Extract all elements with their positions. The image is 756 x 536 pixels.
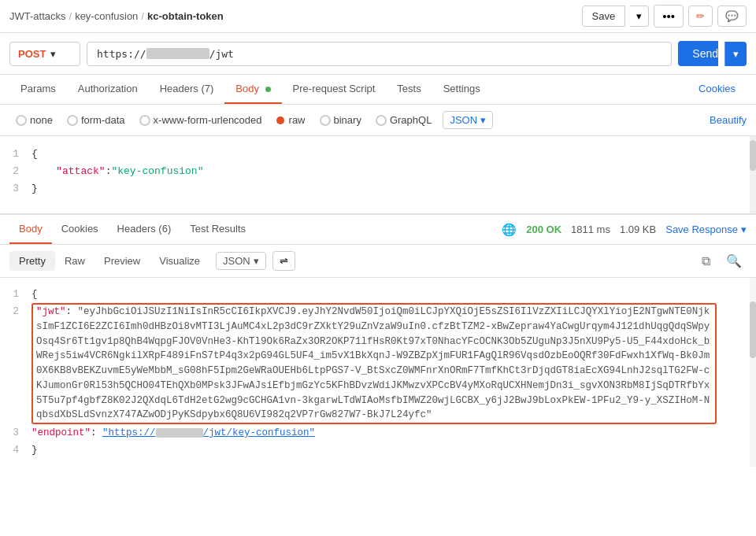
- radio-raw-dot: [276, 116, 284, 124]
- body-dot: [265, 87, 271, 92]
- code-line-1: 1 {: [0, 146, 756, 163]
- option-none-label: none: [30, 114, 53, 126]
- resp-content-4: }: [32, 442, 743, 459]
- breadcrumb-sep-2: /: [141, 10, 144, 22]
- more-options-button[interactable]: •••: [654, 5, 684, 28]
- save-button[interactable]: Save: [582, 6, 626, 27]
- breadcrumb-item-1[interactable]: JWT-attacks: [9, 10, 66, 22]
- response-tabs-bar: Body Cookies Headers (6) Test Results 🌐 …: [0, 215, 756, 245]
- fmt-tab-raw[interactable]: Raw: [55, 251, 94, 271]
- response-format-label: JSON: [223, 255, 250, 267]
- resp-line-1: 1 {: [0, 286, 743, 303]
- tab-body[interactable]: Body: [224, 75, 281, 104]
- option-binary-label: binary: [334, 114, 361, 126]
- response-scrollbar[interactable]: [750, 278, 756, 467]
- resp-linenum-3: 3: [0, 424, 32, 442]
- tab-authorization[interactable]: Authorization: [67, 75, 149, 104]
- line-content-1: {: [32, 146, 756, 163]
- url-redacted-host: [146, 48, 209, 59]
- response-format-arrow: ▾: [254, 255, 259, 267]
- body-options-bar: none form-data x-www-form-urlencoded raw…: [0, 105, 756, 136]
- json-type-dropdown[interactable]: JSON ▾: [443, 111, 493, 129]
- resp-tab-test-results[interactable]: Test Results: [180, 215, 255, 244]
- option-form-data-label: form-data: [81, 114, 125, 126]
- send-button[interactable]: Send: [678, 41, 718, 66]
- response-format-bar: Pretty Raw Preview Visualize JSON ▾ ⇌ ⧉ …: [0, 245, 756, 278]
- response-size: 1.09 KB: [620, 224, 656, 235]
- filter-button[interactable]: ⇌: [272, 251, 295, 271]
- option-raw-label: raw: [289, 114, 306, 126]
- tab-settings[interactable]: Settings: [432, 75, 491, 104]
- response-status: 200 OK: [526, 224, 561, 235]
- save-dropdown-button[interactable]: ▾: [630, 6, 649, 27]
- line-content-3: }: [32, 180, 756, 198]
- endpoint-key: "endpoint": [32, 427, 91, 438]
- breadcrumb-item-2[interactable]: key-confusion: [75, 10, 138, 22]
- method-dropdown-arrow: ▾: [50, 48, 56, 60]
- option-form-data[interactable]: form-data: [61, 111, 132, 129]
- resp-linenum-2: 2: [0, 303, 32, 320]
- radio-none: [16, 115, 27, 126]
- resp-content-2: "jwt": "eyJhbGciOiJSUzI1NiIsInR5cCI6IkpX…: [32, 303, 743, 424]
- save-response-button[interactable]: Save Response ▾: [665, 224, 747, 235]
- url-bar: POST ▾ https:// /jwt Send ▾: [0, 33, 756, 75]
- code-line-3: 3 }: [0, 180, 756, 198]
- radio-form-data: [67, 115, 78, 126]
- endpoint-value: "https:///jwt/key-confusion": [102, 427, 315, 438]
- url-suffix: /jwt: [209, 48, 234, 60]
- save-response-arrow: ▾: [741, 224, 747, 235]
- tab-headers[interactable]: Headers (7): [149, 75, 225, 104]
- resp-content-1: {: [32, 286, 743, 303]
- radio-binary: [320, 115, 331, 126]
- option-binary[interactable]: binary: [313, 111, 368, 129]
- resp-linenum-4: 4: [0, 442, 32, 459]
- method-select[interactable]: POST ▾: [9, 42, 80, 66]
- breadcrumb-item-3[interactable]: kc-obtain-token: [147, 10, 224, 22]
- response-actions: ⧉ 🔍: [697, 250, 747, 272]
- option-urlencoded[interactable]: x-www-form-urlencoded: [133, 111, 269, 129]
- tab-params[interactable]: Params: [9, 75, 67, 104]
- jwt-key: "jwt": [36, 306, 66, 317]
- resp-line-3: 3 "endpoint": "https:///jwt/key-confusio…: [0, 424, 743, 442]
- tab-pre-request[interactable]: Pre-request Script: [282, 75, 387, 104]
- line-number-2: 2: [0, 163, 32, 180]
- response-meta: 🌐 200 OK 1811 ms 1.09 KB Save Response ▾: [502, 223, 747, 237]
- option-raw[interactable]: raw: [270, 111, 312, 129]
- line-number-1: 1: [0, 146, 32, 163]
- resp-line-2: 2 "jwt": "eyJhbGciOiJSUzI1NiIsInR5cCI6Ik…: [0, 303, 743, 424]
- option-none[interactable]: none: [9, 111, 59, 129]
- response-scrollbar-thumb: [750, 301, 756, 358]
- resp-content-3: "endpoint": "https:///jwt/key-confusion": [32, 424, 743, 442]
- fmt-tab-pretty[interactable]: Pretty: [9, 251, 55, 271]
- search-button[interactable]: 🔍: [721, 250, 747, 272]
- top-bar: JWT-attacks / key-confusion / kc-obtain-…: [0, 0, 756, 33]
- resp-tab-body[interactable]: Body: [9, 215, 52, 244]
- save-response-label: Save Response: [665, 224, 738, 235]
- resp-tab-cookies[interactable]: Cookies: [52, 215, 108, 244]
- comment-icon-button[interactable]: 💬: [717, 6, 747, 27]
- edit-icon-button[interactable]: ✏: [688, 6, 713, 27]
- fmt-tab-preview[interactable]: Preview: [94, 251, 150, 271]
- url-prefix: https://: [97, 48, 146, 60]
- fmt-tab-visualize[interactable]: Visualize: [150, 251, 209, 271]
- request-tabs: Params Authorization Headers (7) Body Pr…: [0, 75, 756, 105]
- jwt-value: "eyJhbGciOiJSUzI1NiIsInR5cCI6IkpXVCJ9.ey…: [36, 306, 710, 420]
- beautify-button[interactable]: Beautify: [710, 114, 747, 126]
- code-line-2: 2 "attack":"key-confusion": [0, 163, 756, 180]
- tab-tests[interactable]: Tests: [386, 75, 432, 104]
- cookies-link[interactable]: Cookies: [687, 75, 747, 104]
- url-input[interactable]: https:// /jwt: [87, 42, 672, 66]
- resp-tab-headers[interactable]: Headers (6): [108, 215, 181, 244]
- send-dropdown-button[interactable]: ▾: [724, 42, 747, 66]
- globe-icon: 🌐: [502, 223, 517, 237]
- response-format-dropdown[interactable]: JSON ▾: [216, 252, 266, 270]
- option-graphql[interactable]: GraphQL: [369, 111, 438, 129]
- editor-scrollbar[interactable]: [750, 136, 756, 213]
- copy-button[interactable]: ⧉: [697, 250, 715, 272]
- breadcrumb-sep-1: /: [69, 10, 72, 22]
- top-bar-actions: Save ▾ ••• ✏ 💬: [582, 5, 747, 28]
- response-body: 1 { 2 "jwt": "eyJhbGciOiJSUzI1NiIsInR5cC…: [0, 278, 756, 467]
- request-body-editor[interactable]: 1 { 2 "attack":"key-confusion" 3 }: [0, 136, 756, 215]
- option-urlencoded-label: x-www-form-urlencoded: [154, 114, 262, 126]
- json-dropdown-arrow: ▾: [480, 114, 486, 126]
